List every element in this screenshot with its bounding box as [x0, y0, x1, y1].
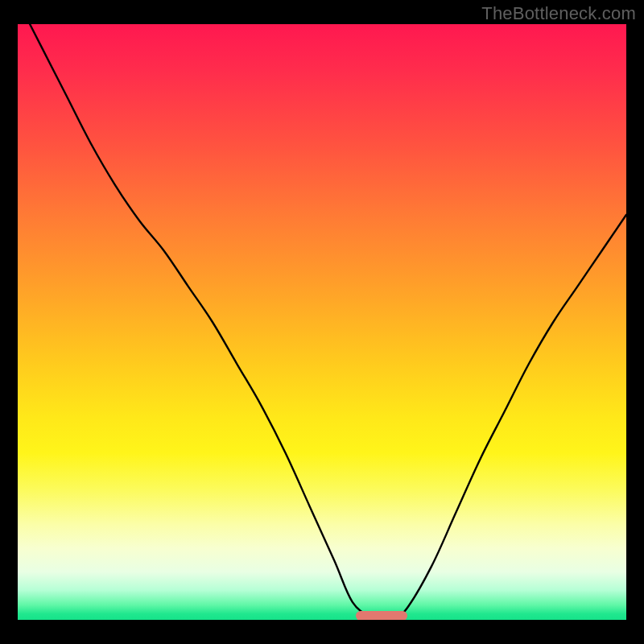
- plot-area: [18, 24, 626, 620]
- optimal-range-marker: [356, 611, 407, 620]
- chart-frame: TheBottleneck.com: [0, 0, 644, 644]
- watermark-text: TheBottleneck.com: [481, 3, 636, 24]
- bottleneck-curve: [18, 24, 626, 620]
